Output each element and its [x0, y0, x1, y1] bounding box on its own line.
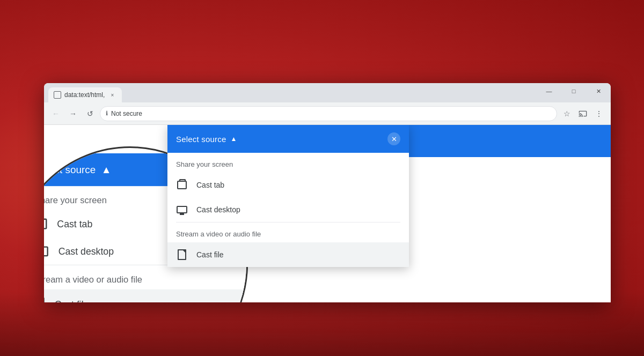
popup-arrow-icon: ▲	[230, 135, 237, 143]
cast-tab-label: Cast tab	[196, 181, 224, 189]
select-source-popup: Select source ▲ ✕ Share your screen Cast…	[167, 125, 409, 267]
popup-title: Select source	[176, 135, 226, 144]
tab-shape-icon	[177, 181, 187, 189]
browser-content: Select source ▲ ✕ Share your screen Cast…	[44, 125, 611, 302]
cast-tab-item[interactable]: Cast tab	[167, 173, 409, 197]
browser-window: data:text/html, × — □ ✕ ← → ↺ ℹ Not secu…	[44, 83, 611, 302]
cast-desktop-label: Cast desktop	[196, 205, 240, 214]
cast-file-label: Cast file	[196, 250, 224, 259]
tab-bar: data:text/html, × — □ ✕	[44, 83, 611, 102]
tab-close-button[interactable]: ×	[108, 91, 116, 99]
maximize-button[interactable]: □	[561, 83, 586, 99]
popup-header: Select source ▲ ✕	[167, 125, 409, 153]
menu-button[interactable]: ⋮	[591, 106, 606, 121]
cast-desktop-item[interactable]: Cast desktop	[167, 197, 409, 222]
browser-toolbar: ← → ↺ ℹ Not secure ☆ ⋮	[44, 102, 611, 125]
tab-favicon-icon	[54, 91, 61, 99]
window-controls: — □ ✕	[537, 83, 611, 102]
address-text: Not secure	[111, 110, 142, 117]
popup-header-left: Select source ▲	[176, 135, 237, 144]
section-stream-file-label: Stream a video or audio file	[167, 222, 409, 242]
minimize-button[interactable]: —	[537, 83, 561, 99]
toolbar-actions: ☆ ⋮	[559, 106, 606, 121]
close-window-button[interactable]: ✕	[586, 83, 611, 99]
bookmark-button[interactable]: ☆	[559, 106, 574, 121]
desktop-shape-icon	[177, 206, 187, 213]
popup-close-button[interactable]: ✕	[387, 132, 400, 145]
popup-body: Share your screen Cast tab Cast desktop	[167, 153, 409, 267]
cast-button[interactable]	[575, 106, 590, 121]
address-bar[interactable]: ℹ Not secure	[100, 106, 557, 121]
tab-title: data:text/html,	[64, 91, 105, 99]
back-button[interactable]: ←	[48, 106, 63, 121]
file-shape-icon	[178, 249, 186, 260]
security-icon: ℹ	[106, 110, 108, 117]
browser-tab[interactable]: data:text/html, ×	[48, 87, 122, 102]
cast-file-icon	[176, 249, 188, 261]
reload-button[interactable]: ↺	[83, 106, 98, 121]
forward-button[interactable]: →	[65, 106, 80, 121]
section-share-screen-label: Share your screen	[167, 153, 409, 173]
cast-file-item[interactable]: Cast file	[167, 242, 409, 267]
cast-desktop-icon	[176, 204, 188, 216]
cast-tab-icon	[176, 179, 188, 191]
